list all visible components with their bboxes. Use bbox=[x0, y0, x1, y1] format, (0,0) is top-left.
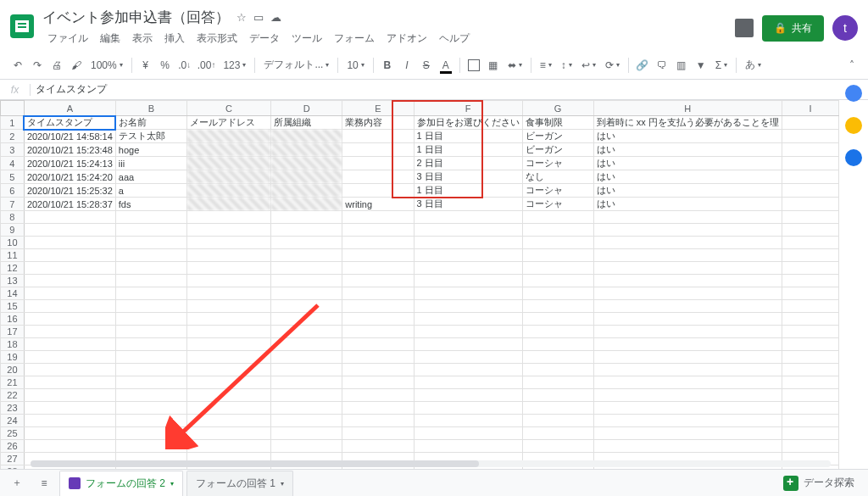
cell[interactable] bbox=[414, 249, 522, 262]
cell[interactable] bbox=[186, 184, 270, 198]
cell[interactable] bbox=[115, 415, 186, 427]
cell[interactable] bbox=[271, 249, 342, 262]
cell[interactable] bbox=[271, 351, 342, 364]
cell[interactable] bbox=[271, 275, 342, 287]
horizontal-scrollbar[interactable] bbox=[31, 460, 831, 467]
menu-data[interactable]: データ bbox=[244, 29, 285, 48]
cell[interactable] bbox=[593, 376, 782, 389]
row-head[interactable]: 19 bbox=[1, 351, 25, 364]
cell[interactable] bbox=[782, 143, 838, 157]
cell[interactable] bbox=[782, 211, 838, 224]
cell[interactable] bbox=[271, 170, 342, 184]
row-head[interactable]: 9 bbox=[1, 224, 25, 237]
row-head[interactable]: 6 bbox=[1, 184, 25, 198]
sheets-logo[interactable] bbox=[10, 14, 34, 38]
row-head[interactable]: 3 bbox=[1, 143, 25, 157]
row-head[interactable]: 21 bbox=[1, 376, 25, 389]
cell[interactable] bbox=[186, 170, 270, 184]
keep-icon[interactable] bbox=[845, 117, 862, 134]
row-head[interactable]: 12 bbox=[1, 262, 25, 275]
cell[interactable] bbox=[414, 287, 522, 300]
cell[interactable] bbox=[271, 440, 342, 453]
col-head-E[interactable]: E bbox=[342, 101, 414, 116]
cell[interactable] bbox=[342, 427, 414, 440]
comment-add-icon[interactable]: 🗨 bbox=[653, 55, 671, 75]
cell[interactable] bbox=[342, 364, 414, 376]
col-head-F[interactable]: F bbox=[414, 101, 522, 116]
redo-icon[interactable]: ↷ bbox=[28, 55, 47, 75]
cell[interactable] bbox=[271, 287, 342, 300]
cell[interactable]: iii bbox=[115, 157, 186, 170]
sheet-tab-inactive[interactable]: フォームの回答 1 ▾ bbox=[186, 471, 293, 496]
cell[interactable]: はい bbox=[593, 157, 782, 170]
table-row[interactable]: 18 bbox=[1, 338, 839, 351]
cell[interactable] bbox=[271, 224, 342, 237]
undo-icon[interactable]: ↶ bbox=[8, 55, 27, 75]
cell[interactable] bbox=[342, 351, 414, 364]
cell[interactable] bbox=[186, 415, 270, 427]
cell[interactable] bbox=[186, 427, 270, 440]
cell[interactable] bbox=[271, 326, 342, 338]
cell-F1[interactable]: 参加日をお選びください bbox=[414, 116, 522, 130]
cell[interactable] bbox=[522, 389, 593, 402]
cell[interactable]: ビーガン bbox=[522, 130, 593, 143]
cell[interactable] bbox=[522, 275, 593, 287]
cell[interactable] bbox=[271, 211, 342, 224]
cell[interactable]: 2020/10/21 14:58:14 bbox=[24, 130, 115, 143]
zoom-dropdown[interactable]: 100%▾ bbox=[86, 59, 127, 71]
cell[interactable] bbox=[342, 326, 414, 338]
cell[interactable] bbox=[24, 427, 115, 440]
cell[interactable] bbox=[414, 427, 522, 440]
formula-input[interactable]: タイムスタンプ bbox=[31, 82, 868, 97]
cell[interactable] bbox=[271, 427, 342, 440]
row-head[interactable]: 7 bbox=[1, 198, 25, 211]
num-format-dropdown[interactable]: 123▾ bbox=[219, 59, 250, 71]
cell[interactable]: 2020/10/21 15:24:13 bbox=[24, 157, 115, 170]
cell[interactable] bbox=[782, 313, 838, 326]
chart-icon[interactable]: ▥ bbox=[672, 55, 691, 75]
strike-button[interactable]: S bbox=[417, 55, 436, 75]
cell[interactable] bbox=[186, 143, 270, 157]
cell[interactable] bbox=[115, 249, 186, 262]
menu-edit[interactable]: 編集 bbox=[95, 29, 125, 48]
cell[interactable] bbox=[782, 262, 838, 275]
cell[interactable] bbox=[342, 402, 414, 415]
cell[interactable] bbox=[593, 389, 782, 402]
cell[interactable] bbox=[186, 249, 270, 262]
cell[interactable] bbox=[414, 338, 522, 351]
font-dropdown[interactable]: デフォルト...▾ bbox=[259, 58, 333, 72]
cloud-icon[interactable]: ☁ bbox=[270, 11, 281, 24]
cell[interactable] bbox=[782, 351, 838, 364]
cell[interactable] bbox=[342, 415, 414, 427]
cell[interactable] bbox=[522, 326, 593, 338]
cell[interactable]: はい bbox=[593, 130, 782, 143]
row-head[interactable]: 4 bbox=[1, 157, 25, 170]
menu-addons[interactable]: アドオン bbox=[381, 29, 432, 48]
cell[interactable] bbox=[414, 376, 522, 389]
cell-G1[interactable]: 食事制限 bbox=[522, 116, 593, 130]
table-row[interactable]: 23 bbox=[1, 402, 839, 415]
cell[interactable] bbox=[342, 237, 414, 249]
tasks-icon[interactable] bbox=[845, 149, 862, 166]
cell[interactable]: 3 日目 bbox=[414, 170, 522, 184]
row-head[interactable]: 13 bbox=[1, 275, 25, 287]
cell[interactable] bbox=[414, 300, 522, 313]
doc-title[interactable]: イベント参加申込書（回答） bbox=[42, 8, 230, 27]
row-head[interactable]: 1 bbox=[1, 116, 25, 130]
cell[interactable] bbox=[782, 198, 838, 211]
cell[interactable] bbox=[271, 198, 342, 211]
cell[interactable] bbox=[342, 440, 414, 453]
cell[interactable] bbox=[782, 237, 838, 249]
cell[interactable] bbox=[24, 364, 115, 376]
collapse-toolbar-icon[interactable]: ˄ bbox=[844, 58, 860, 73]
cell[interactable] bbox=[186, 389, 270, 402]
cell[interactable]: 1 日目 bbox=[414, 130, 522, 143]
cell[interactable] bbox=[115, 351, 186, 364]
cell[interactable] bbox=[593, 262, 782, 275]
cell[interactable] bbox=[186, 313, 270, 326]
cell[interactable] bbox=[342, 211, 414, 224]
cell[interactable] bbox=[186, 237, 270, 249]
explore-button[interactable]: データ探索 bbox=[775, 472, 863, 494]
cell[interactable] bbox=[24, 326, 115, 338]
table-row[interactable]: 32020/10/21 15:23:48hoge1 日目ビーガンはい bbox=[1, 143, 839, 157]
